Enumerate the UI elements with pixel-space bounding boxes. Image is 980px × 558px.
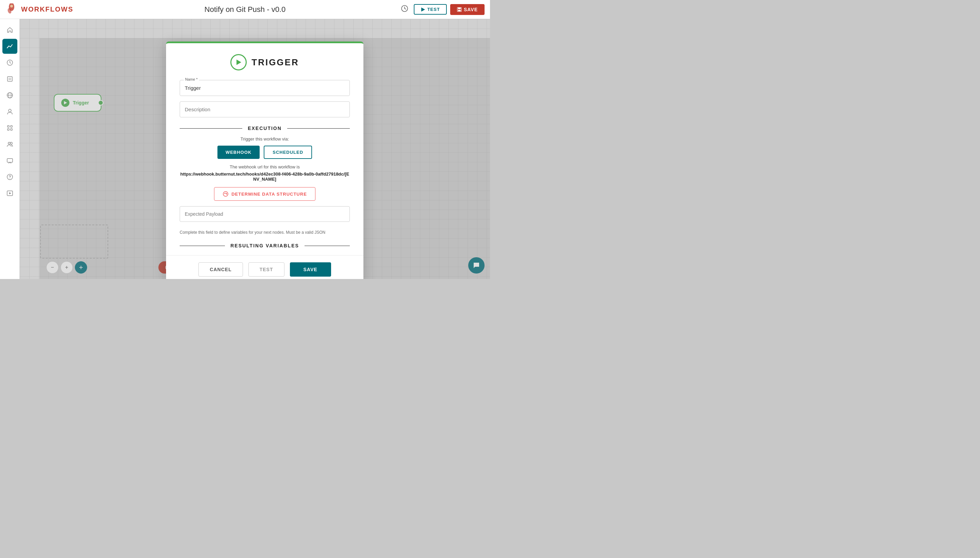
execution-divider: EXECUTION: [180, 126, 350, 131]
webhook-url-text: The webhook url for this workflow is: [180, 164, 350, 169]
svg-point-20: [8, 142, 10, 144]
sidebar-item-history[interactable]: [2, 55, 17, 70]
modal-overlay: TRIGGER Name * EXECUTION Trigger t: [39, 38, 490, 279]
execution-title: EXECUTION: [248, 126, 282, 131]
trigger-via-label: Trigger this workflow via:: [180, 136, 350, 141]
svg-marker-26: [9, 192, 11, 194]
sidebar-item-help[interactable]: [2, 169, 17, 184]
svg-marker-4: [421, 8, 425, 11]
logo-icon: [5, 3, 18, 16]
divider-line-left: [180, 128, 242, 129]
resulting-variables-title: RESULTING VARIABLES: [230, 243, 299, 248]
sidebar-item-integrations[interactable]: [2, 88, 17, 103]
modal-trigger-icon: [230, 54, 247, 71]
description-input[interactable]: [180, 102, 350, 117]
header-right: TEST SAVE: [399, 3, 484, 16]
svg-rect-17: [11, 126, 12, 127]
history-button[interactable]: [399, 3, 410, 16]
header-left: WORKFLOWS: [5, 3, 74, 16]
svg-point-15: [8, 109, 11, 112]
result-divider-line-right: [305, 246, 350, 246]
modal-header: TRIGGER: [180, 54, 350, 71]
determine-structure-button[interactable]: DETERMINE DATA STRUCTURE: [214, 187, 315, 201]
resulting-variables-divider: RESULTING VARIABLES: [180, 243, 350, 248]
name-label: Name *: [184, 77, 199, 81]
webhook-button[interactable]: WEBHOOK: [217, 146, 259, 159]
sidebar-item-grid[interactable]: [2, 120, 17, 135]
sidebar: [0, 19, 20, 279]
sidebar-item-home[interactable]: [2, 23, 17, 38]
logo-text: WORKFLOWS: [21, 5, 74, 13]
cancel-button[interactable]: CANCEL: [199, 262, 243, 277]
divider-line-right: [287, 128, 350, 129]
save-header-button[interactable]: SAVE: [450, 4, 484, 15]
header: WORKFLOWS Notify on Git Push - v0.0 TEST…: [0, 0, 490, 19]
sidebar-item-teams[interactable]: [2, 137, 17, 152]
test-button[interactable]: TEST: [414, 4, 447, 15]
description-field-group: [180, 102, 350, 117]
name-field-group: Name *: [180, 80, 350, 96]
execution-buttons: WEBHOOK SCHEDULED: [180, 146, 350, 159]
sidebar-item-messages[interactable]: [2, 153, 17, 168]
canvas-area: Trigger − + Tools: [20, 19, 490, 279]
modal-title: TRIGGER: [251, 57, 299, 68]
svg-rect-9: [8, 77, 12, 81]
expected-payload-input[interactable]: [180, 206, 350, 222]
modal-footer: CANCEL TEST SAVE: [166, 255, 363, 279]
svg-rect-22: [7, 159, 13, 162]
svg-rect-6: [458, 8, 461, 9]
svg-rect-16: [8, 126, 9, 127]
svg-rect-19: [11, 129, 12, 130]
header-title: Notify on Git Push - v0.0: [205, 5, 286, 14]
payload-hint: Complete this field to define variables …: [180, 230, 350, 235]
sidebar-item-play[interactable]: [2, 186, 17, 201]
sidebar-item-analytics[interactable]: [2, 39, 17, 54]
save-modal-button[interactable]: SAVE: [290, 262, 331, 277]
name-input[interactable]: [180, 80, 350, 96]
modal-body: TRIGGER Name * EXECUTION Trigger t: [166, 43, 363, 255]
trigger-modal: TRIGGER Name * EXECUTION Trigger t: [166, 41, 363, 279]
sidebar-item-profile[interactable]: [2, 104, 17, 119]
webhook-url-value: https://webhook.butternut.tech/hooks/d42…: [180, 171, 350, 182]
test-modal-button[interactable]: TEST: [248, 262, 284, 277]
svg-point-21: [10, 142, 12, 144]
svg-point-2: [10, 5, 13, 8]
scheduled-button[interactable]: SCHEDULED: [264, 146, 312, 159]
sidebar-item-tasks[interactable]: [2, 71, 17, 87]
result-divider-line-left: [180, 246, 225, 246]
svg-rect-18: [8, 129, 9, 130]
svg-marker-37: [236, 59, 241, 65]
expected-payload-group: [180, 206, 350, 225]
svg-rect-7: [458, 10, 461, 11]
svg-point-24: [10, 178, 10, 179]
